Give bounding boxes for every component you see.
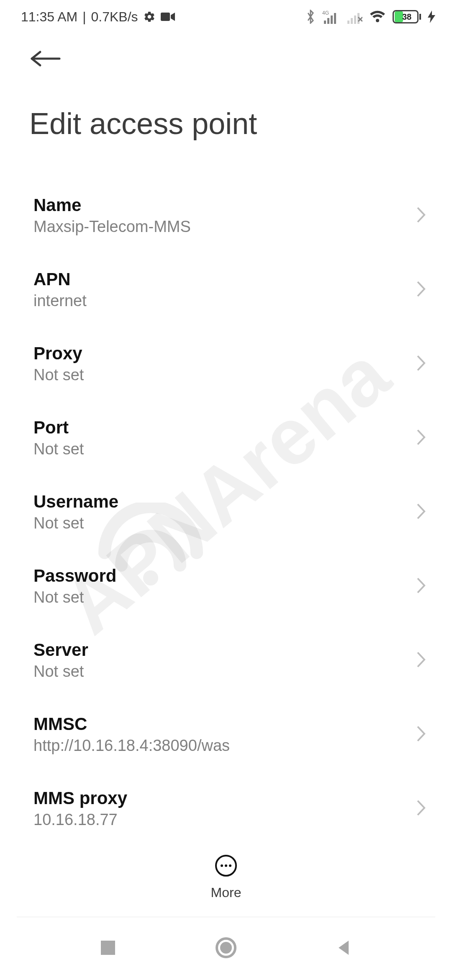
svg-point-14 bbox=[225, 864, 227, 867]
more-label: More bbox=[211, 885, 241, 900]
row-value: 10.16.18.77 bbox=[33, 811, 127, 829]
row-label: Username bbox=[33, 492, 118, 512]
status-bar: 11:35 AM | 0.7KB/s 4G 38 bbox=[0, 0, 452, 34]
nav-back-button[interactable] bbox=[334, 938, 354, 959]
bluetooth-icon bbox=[306, 10, 316, 24]
svg-rect-7 bbox=[347, 21, 349, 24]
chevron-right-icon bbox=[416, 428, 427, 448]
settings-list: Name Maxsip-Telecom-MMS APN internet Pro… bbox=[0, 153, 452, 833]
header bbox=[0, 34, 452, 69]
chevron-right-icon bbox=[416, 651, 427, 670]
row-label: APN bbox=[33, 269, 87, 289]
svg-rect-9 bbox=[354, 15, 356, 24]
row-password[interactable]: Password Not set bbox=[0, 549, 452, 623]
svg-text:4G: 4G bbox=[322, 10, 329, 16]
svg-rect-16 bbox=[101, 941, 115, 955]
chevron-right-icon bbox=[416, 503, 427, 522]
svg-point-18 bbox=[220, 942, 232, 954]
row-value: Maxsip-Telecom-MMS bbox=[33, 218, 191, 236]
chevron-right-icon bbox=[416, 577, 427, 596]
row-value: Not set bbox=[33, 440, 84, 458]
svg-rect-4 bbox=[327, 18, 329, 24]
back-button[interactable] bbox=[29, 61, 62, 68]
page-title: Edit access point bbox=[0, 69, 452, 153]
more-button[interactable]: More bbox=[0, 846, 452, 900]
row-label: Port bbox=[33, 418, 84, 438]
gear-icon bbox=[143, 10, 156, 23]
svg-point-15 bbox=[229, 864, 231, 867]
svg-rect-5 bbox=[331, 15, 333, 24]
chevron-right-icon bbox=[416, 799, 427, 818]
row-apn[interactable]: APN internet bbox=[0, 253, 452, 327]
row-value: Not set bbox=[33, 514, 118, 532]
row-label: Server bbox=[33, 640, 88, 660]
battery-icon: 38 bbox=[393, 10, 421, 23]
video-icon bbox=[161, 12, 175, 22]
svg-rect-8 bbox=[351, 18, 353, 24]
svg-point-13 bbox=[221, 864, 223, 867]
chevron-right-icon bbox=[416, 280, 427, 299]
signal-none-icon bbox=[346, 10, 362, 24]
row-label: MMS proxy bbox=[33, 788, 127, 808]
status-separator: | bbox=[82, 9, 86, 25]
row-port[interactable]: Port Not set bbox=[0, 401, 452, 475]
row-mmsc[interactable]: MMSC http://10.16.18.4:38090/was bbox=[0, 697, 452, 771]
row-label: Password bbox=[33, 566, 116, 586]
charging-bolt-icon bbox=[428, 10, 435, 23]
row-server[interactable]: Server Not set bbox=[0, 623, 452, 697]
navigation-bar bbox=[0, 917, 452, 980]
row-value: Not set bbox=[33, 366, 84, 384]
row-value: Not set bbox=[33, 663, 88, 681]
nav-recents-button[interactable] bbox=[98, 938, 118, 959]
row-proxy[interactable]: Proxy Not set bbox=[0, 327, 452, 401]
row-mms-proxy[interactable]: MMS proxy 10.16.18.77 bbox=[0, 771, 452, 833]
more-icon bbox=[214, 854, 238, 879]
row-label: Name bbox=[33, 195, 191, 215]
row-name[interactable]: Name Maxsip-Telecom-MMS bbox=[0, 178, 452, 253]
row-label: MMSC bbox=[33, 714, 230, 734]
row-value: Not set bbox=[33, 588, 116, 606]
chevron-right-icon bbox=[416, 354, 427, 374]
row-value: internet bbox=[33, 292, 87, 310]
svg-rect-1 bbox=[161, 13, 170, 21]
battery-percent: 38 bbox=[394, 12, 420, 22]
row-value: http://10.16.18.4:38090/was bbox=[33, 737, 230, 755]
nav-home-button[interactable] bbox=[214, 936, 238, 961]
svg-rect-6 bbox=[334, 13, 336, 24]
chevron-right-icon bbox=[416, 725, 427, 744]
row-username[interactable]: Username Not set bbox=[0, 475, 452, 549]
signal-4g-icon: 4G bbox=[322, 10, 339, 24]
svg-rect-3 bbox=[324, 21, 326, 24]
status-net-speed: 0.7KB/s bbox=[91, 9, 138, 25]
wifi-icon bbox=[369, 10, 386, 23]
row-label: Proxy bbox=[33, 343, 84, 364]
chevron-right-icon bbox=[416, 206, 427, 225]
status-time: 11:35 AM bbox=[21, 9, 77, 25]
